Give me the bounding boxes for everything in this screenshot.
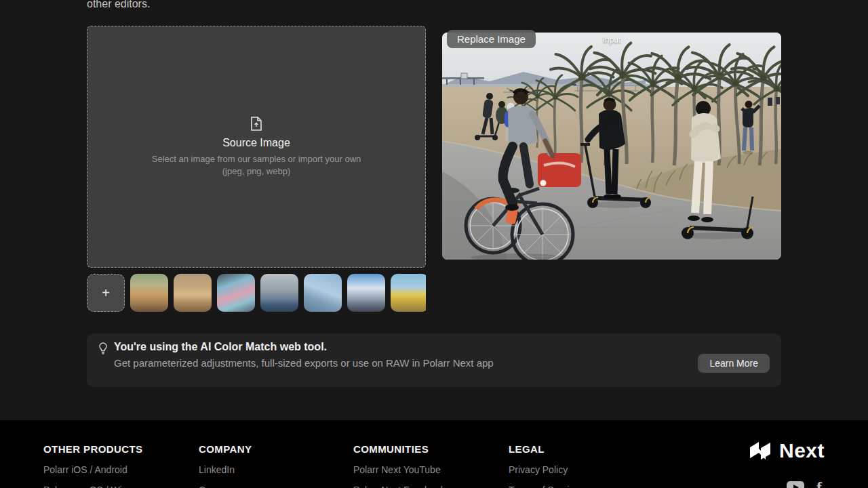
file-upload-icon — [250, 117, 263, 131]
footer-link-privacy-policy[interactable]: Privacy Policy — [509, 464, 579, 475]
footer-link-polarr-ios-android[interactable]: Polarr iOS / Android — [43, 464, 142, 475]
sample-thumbnail-strip: + — [87, 274, 426, 312]
sample-thumbnail-castle[interactable] — [347, 274, 385, 312]
banner-subtitle: Get parameterized adjustments, full-size… — [114, 357, 494, 369]
footer-link-polarr-macos-win[interactable]: Polarr macOS / Win — [43, 485, 142, 488]
footer-link-terms-of-service[interactable]: Terms of Service — [509, 485, 579, 488]
footer-link-careers[interactable]: Careers — [199, 485, 252, 488]
footer-column-company: COMPANY LinkedIn Careers — [199, 443, 252, 488]
source-image-dropzone[interactable]: Source Image Select an image from our sa… — [87, 26, 426, 268]
footer-link-linkedin[interactable]: LinkedIn — [199, 464, 252, 475]
banner-title: You're using the AI Color Match web tool… — [114, 341, 327, 353]
youtube-icon[interactable] — [787, 481, 804, 488]
sample-thumbnail-flowers[interactable] — [304, 274, 342, 312]
sample-thumbnail-street[interactable] — [174, 274, 212, 312]
sample-thumbnail-bridge[interactable] — [391, 274, 426, 312]
input-photo-illustration — [442, 33, 781, 260]
polarr-next-logo[interactable]: Next — [749, 439, 825, 462]
polarr-next-logo-mark — [749, 441, 772, 460]
input-image-section: Replace Image Input — [442, 33, 781, 260]
footer-column-communities: COMMUNITIES Polarr Next YouTube Polarr N… — [353, 443, 445, 488]
plus-icon: + — [102, 285, 110, 301]
sample-thumbnail-rodeo[interactable] — [130, 274, 168, 312]
learn-more-button[interactable]: Learn More — [698, 354, 770, 373]
sample-thumbnail-harbor[interactable] — [260, 274, 298, 312]
add-sample-button[interactable]: + — [87, 274, 125, 312]
lightbulb-icon — [98, 342, 108, 354]
social-links: f — [787, 480, 825, 488]
footer-link-polarr-next-facebook[interactable]: Polarr Next Facebook — [353, 485, 445, 488]
footer-column-legal: LEGAL Privacy Policy Terms of Service — [509, 443, 579, 488]
sample-thumbnail-balloons[interactable] — [217, 274, 255, 312]
intro-text-fragment: other editors. — [87, 0, 150, 11]
footer: OTHER PRODUCTS Polarr iOS / Android Pola… — [0, 420, 868, 488]
facebook-icon[interactable]: f — [816, 480, 825, 488]
source-image-title: Source Image — [222, 137, 290, 149]
svg-text:f: f — [816, 480, 823, 488]
input-photo: Input — [442, 33, 781, 260]
polarr-next-logo-text: Next — [779, 439, 825, 462]
replace-image-button[interactable]: Replace Image — [447, 30, 536, 48]
footer-header: COMMUNITIES — [353, 443, 445, 455]
footer-header: OTHER PRODUCTS — [43, 443, 142, 455]
promo-banner: You're using the AI Color Match web tool… — [87, 333, 781, 387]
source-image-subtitle: Select an image from our samples or impo… — [152, 153, 361, 178]
footer-header: LEGAL — [509, 443, 579, 455]
footer-header: COMPANY — [199, 443, 252, 455]
footer-column-other-products: OTHER PRODUCTS Polarr iOS / Android Pola… — [43, 443, 142, 488]
footer-link-polarr-next-youtube[interactable]: Polarr Next YouTube — [353, 464, 445, 475]
